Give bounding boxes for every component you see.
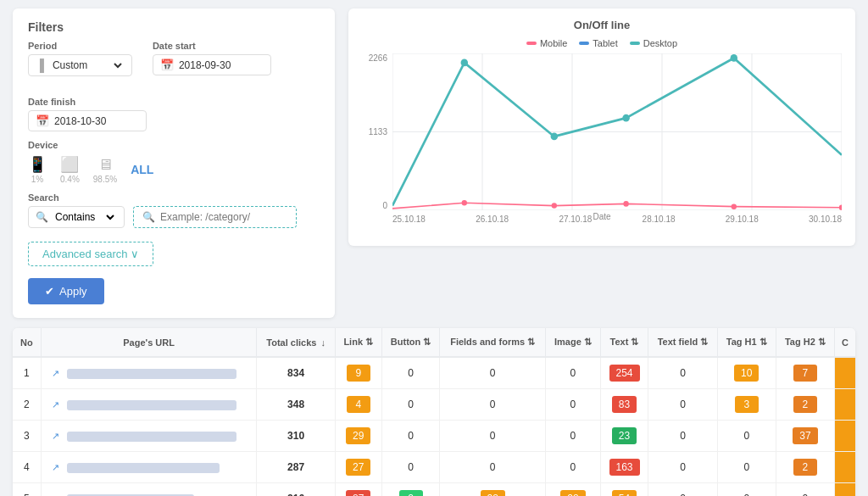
- device-tablet-option[interactable]: ⬜ 0.4%: [60, 155, 80, 184]
- period-label: Period: [28, 41, 132, 51]
- cell-no: 5: [13, 483, 41, 497]
- cell-fields: 0: [440, 389, 546, 421]
- table-row: 5 ↗ 216 87 2 28 28 54 0 0 0: [13, 483, 855, 497]
- cell-link: 29: [335, 421, 381, 452]
- mobile-icon: 📱: [28, 155, 47, 174]
- cell-plain: 0: [803, 493, 809, 496]
- cell-image: 0: [546, 452, 601, 483]
- cell-link: 87: [335, 483, 381, 497]
- period-select[interactable]: Custom Last 7 days Last 30 days: [49, 59, 125, 72]
- svg-point-15: [623, 201, 628, 207]
- cell-c: [835, 483, 855, 497]
- col-tag-h1[interactable]: Tag H1 ⇅: [717, 328, 776, 357]
- link-sort-icon: ⇅: [365, 337, 373, 347]
- cell-text: 254: [600, 357, 648, 389]
- desktop-icon: 🖥: [97, 156, 113, 174]
- col-no: No: [13, 328, 41, 357]
- data-table: No Page's URL Total clicks ↓ Link ⇅ Butt…: [13, 328, 855, 496]
- svg-point-14: [552, 203, 557, 209]
- search-input[interactable]: [160, 211, 287, 223]
- date-start-input[interactable]: [179, 59, 264, 71]
- cell-plain: 0: [570, 430, 576, 442]
- col-text[interactable]: Text ⇅: [600, 328, 648, 357]
- col-image[interactable]: Image ⇅: [546, 328, 601, 357]
- cell-plain: 0: [490, 461, 496, 473]
- cell-plain: 0: [490, 367, 496, 379]
- cell-text-field: 0: [648, 389, 717, 421]
- data-table-container: No Page's URL Total clicks ↓ Link ⇅ Butt…: [13, 328, 855, 496]
- cell-text: 23: [600, 421, 648, 452]
- contains-select[interactable]: Contains Equals Starts with: [52, 210, 117, 224]
- col-total-clicks[interactable]: Total clicks ↓: [257, 328, 335, 357]
- date-start-wrapper[interactable]: 📅: [153, 54, 271, 75]
- cell-plain: 0: [408, 430, 414, 442]
- cell-plain: 0: [570, 398, 576, 410]
- cell-url: ↗: [41, 452, 257, 483]
- cell-tag-h1: 3: [717, 389, 776, 421]
- cell-colored: 9: [347, 365, 370, 382]
- cell-colored: 28: [481, 490, 505, 496]
- h1-sort-icon: ⇅: [760, 337, 767, 347]
- cell-plain: 0: [680, 493, 686, 496]
- col-button[interactable]: Button ⇅: [381, 328, 440, 357]
- cell-plain: 0: [680, 367, 686, 379]
- textfield-sort-icon: ⇅: [700, 337, 708, 347]
- cell-plain: 0: [408, 398, 414, 410]
- calendar-start-icon: 📅: [160, 59, 174, 71]
- x-label-2: 27.10.18: [559, 215, 592, 224]
- table-row: 1 ↗ 834 9 0 0 0 254 0 10 7: [13, 357, 855, 389]
- search-input-wrapper[interactable]: 🔍: [133, 206, 297, 228]
- cell-tag-h2: 2: [776, 452, 834, 483]
- cell-text-field: 0: [648, 421, 717, 452]
- cell-plain: 0: [743, 430, 749, 442]
- svg-point-17: [839, 204, 842, 210]
- col-tag-h2[interactable]: Tag H2 ⇅: [776, 328, 834, 357]
- cell-colored: 23: [612, 427, 637, 444]
- external-link-icon[interactable]: ↗: [52, 399, 59, 410]
- col-fields[interactable]: Fields and forms ⇅: [440, 328, 546, 357]
- button-sort-icon: ⇅: [423, 337, 431, 347]
- cell-colored: 3: [735, 396, 759, 413]
- cell-plain: 0: [408, 461, 414, 473]
- cell-tag-h1: 0: [717, 483, 776, 497]
- cell-image: 28: [546, 483, 601, 497]
- cell-button: 0: [381, 389, 440, 421]
- svg-point-12: [731, 54, 737, 62]
- cell-text-field: 0: [648, 357, 717, 389]
- cell-plain: 0: [490, 430, 496, 442]
- cell-tag-h1: 10: [717, 357, 776, 389]
- legend-tablet-dot: [579, 42, 589, 45]
- cell-plain: 0: [570, 367, 576, 379]
- h2-sort-icon: ⇅: [818, 337, 826, 347]
- advanced-search-button[interactable]: Advanced search ∨: [28, 242, 153, 266]
- y-max-label: 2266: [369, 53, 387, 63]
- device-mobile-option[interactable]: 📱 1%: [28, 155, 47, 184]
- chart-title: On/Off line: [362, 19, 842, 31]
- x-label-0: 25.10.18: [392, 215, 426, 224]
- chart-svg: [392, 53, 842, 210]
- apply-button[interactable]: ✔ Apply: [28, 278, 104, 304]
- external-link-icon[interactable]: ↗: [52, 368, 59, 378]
- date-finish-group: Date finish 📅: [28, 97, 147, 131]
- external-link-icon[interactable]: ↗: [52, 462, 59, 472]
- legend-mobile-dot: [526, 42, 537, 45]
- contains-wrapper[interactable]: 🔍 Contains Equals Starts with: [28, 206, 125, 228]
- cell-c: [835, 357, 855, 389]
- legend-desktop-dot: [630, 42, 640, 45]
- cell-colored: 2: [793, 459, 817, 476]
- cell-total-clicks: 287: [257, 452, 335, 483]
- tablet-pct: 0.4%: [60, 175, 80, 184]
- apply-label: Apply: [59, 285, 87, 298]
- legend-mobile: Mobile: [526, 38, 567, 48]
- period-select-wrapper[interactable]: ▐ Custom Last 7 days Last 30 days: [28, 54, 132, 76]
- external-link-icon[interactable]: ↗: [52, 431, 59, 441]
- cell-total-clicks: 216: [257, 483, 335, 497]
- col-link[interactable]: Link ⇅: [335, 328, 381, 357]
- cell-plain: 0: [490, 398, 496, 410]
- date-finish-input[interactable]: [54, 115, 139, 127]
- cell-plain: 0: [743, 461, 749, 473]
- device-all-option[interactable]: ALL: [131, 163, 153, 176]
- date-finish-wrapper[interactable]: 📅: [28, 110, 147, 131]
- device-desktop-option[interactable]: 🖥 98.5%: [93, 156, 117, 184]
- col-text-field[interactable]: Text field ⇅: [648, 328, 717, 357]
